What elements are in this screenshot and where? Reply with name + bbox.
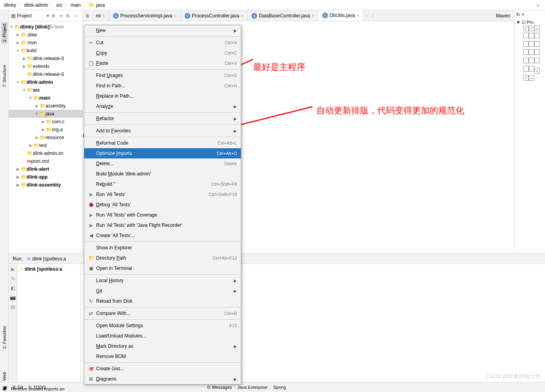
- menu-item[interactable]: Load/Unload Modules...: [84, 331, 241, 341]
- checkbox[interactable]: [529, 66, 534, 72]
- tree-node[interactable]: ▶📁 .idea: [9, 31, 83, 39]
- menu-item[interactable]: ▶Run 'All Tests' with Coverage: [84, 210, 241, 220]
- menu-item[interactable]: ▶Run 'All Tests' with 'Java Flight Recor…: [84, 220, 241, 230]
- checkbox[interactable]: [534, 26, 540, 31]
- checkbox[interactable]: [529, 75, 534, 81]
- editor-tab[interactable]: CProcessServiceImpl.java×: [109, 10, 181, 21]
- menu-item[interactable]: Local History▶: [84, 275, 241, 286]
- tree-node[interactable]: ▶📁 test: [9, 141, 83, 149]
- menu-item[interactable]: ▶Run 'All Tests'Ctrl+Shift+F10: [84, 189, 241, 200]
- menu-item[interactable]: CopyCtrl+C: [84, 48, 241, 58]
- run-config-0[interactable]: dlink [spotless:a: [32, 256, 66, 262]
- menu-item[interactable]: Analyze▶: [84, 101, 241, 111]
- checkbox[interactable]: [523, 66, 529, 72]
- tree-node[interactable]: ▼📁 src: [9, 86, 83, 94]
- refresh-icon[interactable]: ↻: [516, 12, 520, 17]
- tree-node[interactable]: ▶📁 dlink-release-0: [9, 55, 83, 62]
- editor-tab[interactable]: ml×: [92, 10, 109, 21]
- checkbox[interactable]: [534, 33, 540, 38]
- menu-item[interactable]: ▣Open in Terminal: [84, 263, 241, 273]
- checkbox[interactable]: [534, 68, 540, 74]
- menu-item[interactable]: Build Module 'dlink-admin': [84, 169, 241, 179]
- menu-item[interactable]: ◀Create 'All Tests'...: [84, 230, 241, 241]
- menu-item[interactable]: Find in Path...Ctrl+H: [84, 81, 241, 91]
- menu-item[interactable]: Replace in Path...: [84, 91, 241, 101]
- menu-item[interactable]: Reformat CodeCtrl+Alt+L: [84, 138, 241, 148]
- menu-item[interactable]: ⇄Compare With...Ctrl+D: [84, 308, 241, 318]
- menu-item[interactable]: 🐞Debug 'All Tests': [84, 200, 241, 210]
- run-play-icon[interactable]: ▶: [11, 266, 15, 272]
- menu-item[interactable]: Rebuild ''Ctrl+Shift+F9: [84, 179, 241, 189]
- tab-nav-left[interactable]: ‹: [363, 13, 370, 19]
- tree-node[interactable]: ▶📁 .mvn: [9, 39, 83, 47]
- run-rerun-icon[interactable]: ↻: [11, 276, 15, 281]
- run-stop-icon[interactable]: ◧: [11, 285, 15, 291]
- checkbox[interactable]: [523, 26, 529, 31]
- run-camera-icon[interactable]: 📷: [10, 295, 16, 300]
- tab-java-enterprise[interactable]: Java Enterprise: [237, 385, 267, 390]
- checkbox[interactable]: [534, 58, 540, 63]
- bc-item[interactable]: dlinky: [4, 2, 16, 8]
- tree-node[interactable]: ▶📁 dlink-app: [9, 173, 83, 181]
- tree-root[interactable]: dlinky [dlink]: [20, 24, 49, 30]
- checkbox[interactable]: [529, 26, 534, 31]
- checkbox[interactable]: [534, 49, 540, 55]
- bc-item[interactable]: src: [56, 2, 62, 8]
- maven-tool[interactable]: Maven: [492, 13, 514, 19]
- tree-node[interactable]: ▼📁 build: [9, 47, 83, 55]
- close-icon[interactable]: ×: [174, 13, 176, 18]
- tab-project[interactable]: 1: Project: [1, 22, 8, 43]
- tab-web[interactable]: Web: [1, 370, 8, 382]
- tree-node[interactable]: m pom.xml: [9, 157, 83, 165]
- tree-node[interactable]: 📁 dlink-admin.im: [9, 149, 83, 157]
- tree-node[interactable]: 📁 dlink-release-0: [9, 70, 83, 78]
- menu-item[interactable]: Show in Explorer: [84, 243, 241, 253]
- tree-node[interactable]: ▼📁 dlink-admin: [9, 78, 83, 86]
- menu-item[interactable]: Optimize ImportsCtrl+Alt+O: [84, 148, 241, 158]
- plus-icon[interactable]: +: [522, 12, 524, 17]
- tree-node[interactable]: ▶📁 extends: [9, 62, 83, 70]
- tree-node[interactable]: ▶📁 dlink-assembly: [9, 181, 83, 189]
- target-icon[interactable]: ⊕: [51, 13, 55, 19]
- tree-node[interactable]: ▼📁 java: [9, 110, 83, 118]
- tree-node[interactable]: ▶📁 com.c: [9, 118, 83, 126]
- tab-favorites[interactable]: 2: Favorites: [1, 324, 8, 350]
- crosshair-icon[interactable]: ⊕: [85, 13, 89, 19]
- bc-item[interactable]: main: [70, 2, 81, 8]
- hammer-icon[interactable]: ↘: [536, 2, 539, 8]
- checkbox[interactable]: [523, 49, 529, 55]
- project-title[interactable]: Project: [17, 13, 45, 19]
- close-icon[interactable]: ×: [102, 13, 105, 18]
- menu-item[interactable]: ⊞Diagrams▶: [84, 374, 241, 384]
- tab-messages[interactable]: 0: Messages: [207, 385, 232, 390]
- run-tree-item[interactable]: dlink [spotless:a: [25, 266, 62, 272]
- checkbox[interactable]: [523, 75, 529, 81]
- menu-item[interactable]: Find UsagesCtrl+G: [84, 70, 241, 81]
- checkbox[interactable]: [529, 33, 534, 38]
- menu-item[interactable]: Git▶: [84, 286, 241, 296]
- gear-icon[interactable]: ⚙: [66, 13, 70, 19]
- checkbox[interactable]: [529, 49, 534, 55]
- checkbox[interactable]: [529, 41, 534, 47]
- tree-node[interactable]: ▶📁 dlink-alert: [9, 165, 83, 173]
- menu-item[interactable]: 📋PasteCtrl+V: [84, 58, 241, 68]
- close-icon[interactable]: ×: [241, 13, 243, 18]
- checkbox[interactable]: [523, 33, 529, 38]
- bc-item[interactable]: dlink-admin: [24, 2, 48, 8]
- menu-item[interactable]: Open Module SettingsF12: [84, 320, 241, 331]
- tree-node[interactable]: ▶📁 org.a: [9, 126, 83, 134]
- menu-item[interactable]: Add to Favorites▶: [84, 126, 241, 136]
- menu-item[interactable]: 📁Directory PathCtrl+Alt+F12: [84, 253, 241, 263]
- menu-item[interactable]: 🐙Create Gist...: [84, 364, 241, 374]
- checkbox[interactable]: [523, 58, 529, 63]
- editor-tab[interactable]: CDataBaseController.java×: [248, 10, 318, 21]
- checkbox[interactable]: [529, 58, 534, 63]
- close-icon[interactable]: ×: [312, 13, 314, 18]
- tab-spring[interactable]: Spring: [273, 385, 286, 390]
- menu-item[interactable]: Refactor▶: [84, 113, 241, 124]
- editor-tab[interactable]: CDbUtils.java×: [318, 10, 363, 21]
- editor-tab[interactable]: CProcessController.java×: [181, 10, 248, 21]
- menu-item[interactable]: Delete...Delete: [84, 158, 241, 169]
- tree-node[interactable]: ▶📁 resource: [9, 134, 83, 141]
- tab-nav-right[interactable]: ›: [370, 13, 376, 19]
